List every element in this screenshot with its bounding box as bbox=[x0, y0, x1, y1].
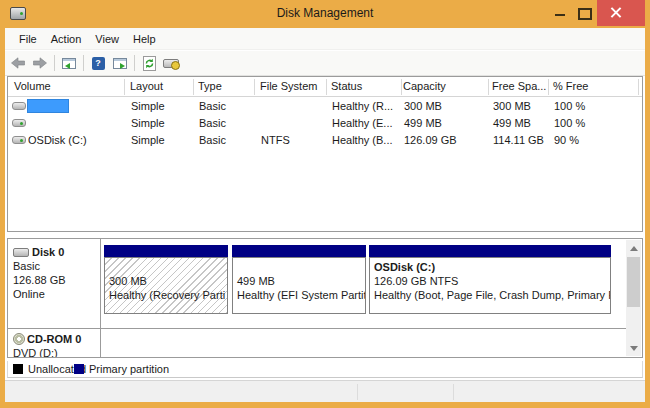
toolbar-separator bbox=[134, 55, 135, 71]
cdrom0-media: DVD (D:) bbox=[13, 346, 100, 358]
menu-action[interactable]: Action bbox=[44, 30, 89, 48]
disk-management-window: Disk Management File Action View Help bbox=[0, 0, 650, 408]
cell-type: Basic bbox=[199, 117, 226, 129]
partition-size: 126.09 GB NTFS bbox=[374, 274, 610, 288]
cell-free-space: 499 MB bbox=[493, 117, 531, 129]
titlebar[interactable]: Disk Management bbox=[0, 0, 650, 28]
cell-status: Healthy (E... bbox=[332, 117, 393, 129]
col-pct-free[interactable]: % Free bbox=[553, 80, 588, 92]
menu-help[interactable]: Help bbox=[126, 30, 163, 48]
volume-row-recovery[interactable]: Simple Basic Healthy (R... 300 MB 300 MB… bbox=[8, 98, 642, 115]
primary-partition-label: Primary partition bbox=[89, 363, 169, 375]
cdrom0-label-cell[interactable]: CD-ROM 0 DVD (D:) bbox=[8, 329, 101, 358]
partition-status: Healthy (Recovery Parti bbox=[109, 288, 227, 302]
col-capacity[interactable]: Capacity bbox=[403, 80, 446, 92]
show-action-pane-button[interactable] bbox=[109, 53, 131, 73]
selected-volume-highlight bbox=[27, 99, 69, 113]
refresh-button[interactable] bbox=[138, 53, 160, 73]
cell-layout: Simple bbox=[131, 134, 165, 146]
volume-row-osdisk[interactable]: OSDisk (C:) Simple Basic NTFS Healthy (B… bbox=[8, 132, 642, 149]
partition-size: 499 MB bbox=[237, 274, 365, 288]
forward-arrow-icon bbox=[32, 56, 48, 70]
scroll-up-arrow[interactable] bbox=[626, 240, 641, 256]
minimize-button[interactable] bbox=[550, 0, 572, 26]
col-status[interactable]: Status bbox=[331, 80, 362, 92]
col-type[interactable]: Type bbox=[198, 80, 222, 92]
unallocated-swatch bbox=[13, 364, 23, 374]
show-console-tree-button[interactable] bbox=[58, 53, 80, 73]
partition-color-bar bbox=[104, 245, 228, 257]
menu-view[interactable]: View bbox=[88, 30, 126, 48]
forward-button[interactable] bbox=[29, 53, 51, 73]
cell-capacity: 126.09 GB bbox=[404, 134, 457, 146]
cell-pct-free: 100 % bbox=[554, 100, 585, 112]
partition-size: 300 MB bbox=[109, 274, 227, 288]
cd-icon bbox=[13, 333, 25, 345]
cell-layout: Simple bbox=[131, 117, 165, 129]
col-file-system[interactable]: File System bbox=[260, 80, 317, 92]
disk0-label-cell[interactable]: Disk 0 Basic 126.88 GB Online bbox=[8, 239, 101, 328]
cell-volume: OSDisk (C:) bbox=[28, 134, 87, 146]
toolbar-separator bbox=[54, 55, 55, 71]
refresh-icon bbox=[143, 56, 156, 71]
disk-icon bbox=[13, 248, 29, 257]
cell-capacity: 499 MB bbox=[404, 117, 442, 129]
help-button[interactable]: ? bbox=[87, 53, 109, 73]
cell-type: Basic bbox=[199, 134, 226, 146]
menu-bar: File Action View Help bbox=[5, 28, 645, 50]
back-arrow-icon bbox=[10, 56, 26, 70]
cell-layout: Simple bbox=[131, 100, 165, 112]
toolbar: ? bbox=[5, 51, 645, 76]
cell-file-system: NTFS bbox=[261, 134, 290, 146]
scroll-down-arrow[interactable] bbox=[626, 340, 641, 356]
partition-status: Healthy (Boot, Page File, Crash Dump, Pr… bbox=[374, 288, 610, 302]
volume-row-efi[interactable]: Simple Basic Healthy (E... 499 MB 499 MB… bbox=[8, 115, 642, 132]
partition-recovery[interactable]: 300 MB Healthy (Recovery Parti bbox=[104, 245, 228, 314]
partition-color-bar bbox=[232, 245, 366, 257]
volume-list-pane: Volume Layout Type File System Status Ca… bbox=[7, 76, 643, 232]
partition-efi[interactable]: 499 MB Healthy (EFI System Partit bbox=[232, 245, 366, 314]
partition-color-bar bbox=[369, 245, 611, 257]
menu-file[interactable]: File bbox=[12, 30, 44, 48]
volume-icon bbox=[12, 102, 26, 110]
cell-free-space: 300 MB bbox=[493, 100, 531, 112]
vertical-scrollbar[interactable] bbox=[626, 240, 641, 356]
action-pane-icon bbox=[113, 58, 127, 69]
partition-status: Healthy (EFI System Partit bbox=[237, 288, 365, 302]
disk-gear-icon bbox=[163, 59, 179, 68]
cell-free-space: 114.11 GB bbox=[493, 134, 544, 146]
scroll-thumb[interactable] bbox=[627, 257, 640, 307]
back-button[interactable] bbox=[7, 53, 29, 73]
legend-bar: Unallocated Primary partition bbox=[7, 361, 643, 378]
volume-icon bbox=[12, 119, 26, 127]
disk0-size: 126.88 GB bbox=[13, 273, 100, 287]
close-button[interactable] bbox=[597, 0, 645, 26]
cell-status: Healthy (B... bbox=[332, 134, 393, 146]
col-layout[interactable]: Layout bbox=[130, 80, 163, 92]
disk0-type: Basic bbox=[13, 259, 100, 273]
col-volume[interactable]: Volume bbox=[14, 80, 51, 92]
partition-osdisk[interactable]: OSDisk (C:) 126.09 GB NTFS Healthy (Boot… bbox=[369, 245, 611, 314]
disk0-name: Disk 0 bbox=[32, 246, 64, 258]
help-icon: ? bbox=[92, 57, 105, 70]
primary-partition-swatch bbox=[74, 364, 84, 374]
partition-title: OSDisk (C:) bbox=[374, 260, 610, 274]
cell-capacity: 300 MB bbox=[404, 100, 442, 112]
cell-type: Basic bbox=[199, 100, 226, 112]
status-bar bbox=[5, 380, 645, 402]
cell-pct-free: 90 % bbox=[554, 134, 579, 146]
disk-properties-button[interactable] bbox=[160, 53, 182, 73]
cell-status: Healthy (R... bbox=[332, 100, 393, 112]
maximize-button[interactable] bbox=[574, 0, 596, 26]
console-tree-icon bbox=[62, 58, 76, 69]
cdrom0-name: CD-ROM 0 bbox=[27, 333, 81, 345]
toolbar-separator bbox=[83, 55, 84, 71]
client-area: File Action View Help ? bbox=[5, 28, 645, 402]
col-free-space[interactable]: Free Spa... bbox=[492, 80, 546, 92]
disk0-state: Online bbox=[13, 287, 100, 301]
graphical-view-pane: Disk 0 Basic 126.88 GB Online 300 MB Hea… bbox=[7, 238, 643, 358]
volume-icon bbox=[12, 136, 26, 144]
volume-list-header: Volume Layout Type File System Status Ca… bbox=[8, 77, 642, 97]
cell-pct-free: 100 % bbox=[554, 117, 585, 129]
